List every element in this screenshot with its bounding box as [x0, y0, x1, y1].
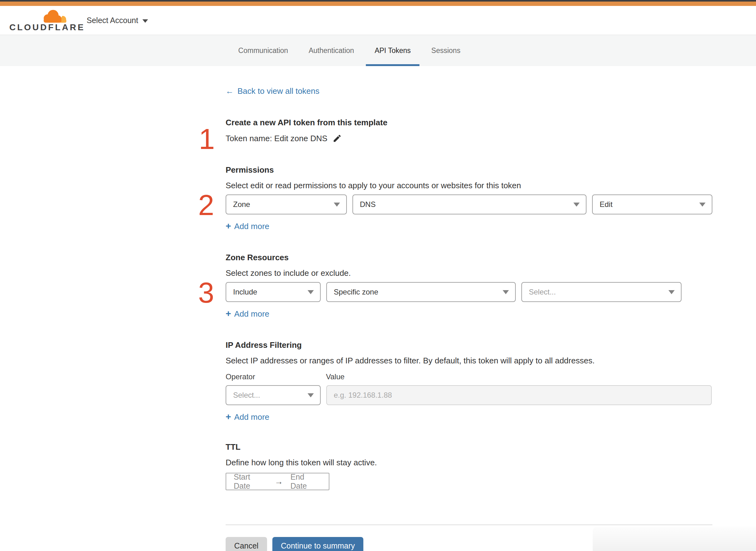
cloudflare-cloud-icon [39, 8, 68, 24]
ip-filtering-field-labels: Operator Value [226, 373, 712, 381]
zone-resources-description: Select zones to include or exclude. [226, 268, 712, 278]
tabs: Communication Authentication API Tokens … [238, 35, 461, 66]
tab-sessions[interactable]: Sessions [431, 35, 461, 66]
tab-label: API Tokens [374, 46, 411, 55]
zone-resources-title: Zone Resources [226, 253, 712, 262]
add-more-label: Add more [234, 412, 269, 422]
add-more-label: Add more [234, 221, 269, 231]
permissions-controls: Zone DNS Edit [226, 194, 712, 214]
back-link-label: Back to view all tokens [237, 86, 319, 96]
tab-label: Authentication [308, 46, 354, 55]
dropdown-caret-icon [334, 202, 340, 207]
create-token-title: Create a new API token from this templat… [226, 118, 712, 127]
dropdown-caret-icon [307, 290, 314, 294]
dropdown-value: Edit [600, 200, 612, 209]
profile-tab-bar: Communication Authentication API Tokens … [0, 35, 756, 66]
zone-select-dropdown[interactable]: Select... [521, 282, 682, 302]
permission-scope-dropdown[interactable]: Zone [226, 194, 347, 214]
dropdown-value: Include [233, 288, 257, 297]
step-number-2: 2 [198, 194, 214, 216]
zone-resources-add-more-link[interactable]: + Add more [226, 309, 269, 319]
cloudflare-logo: CLOUDFLARE [9, 8, 72, 32]
ip-filtering-controls: Select... [226, 385, 712, 405]
dropdown-value: DNS [360, 200, 376, 209]
ip-filtering-add-more-link[interactable]: + Add more [226, 412, 269, 422]
step-number-1: 1 [199, 128, 215, 150]
app-header: CLOUDFLARE Select Account [0, 6, 756, 35]
chevron-down-icon [142, 19, 148, 23]
operator-dropdown[interactable]: Select... [226, 385, 321, 405]
dropdown-value: Zone [233, 200, 250, 209]
account-selector[interactable]: Select Account [87, 16, 148, 25]
plus-icon: + [226, 221, 231, 230]
ip-filtering-title: IP Address Filtering [226, 340, 712, 350]
value-label: Value [326, 373, 345, 381]
ttl-description: Define how long this token will stay act… [226, 458, 712, 467]
zone-resources-controls: Include Specific zone Select... [226, 282, 712, 302]
permissions-section: 2 Permissions Select edit or read permis… [226, 165, 712, 231]
permissions-description: Select edit or read permissions to apply… [226, 181, 712, 190]
token-name-value: Token name: Edit zone DNS [226, 133, 327, 143]
operator-label: Operator [226, 373, 326, 381]
footer-divider [226, 525, 712, 525]
dropdown-caret-icon [699, 202, 706, 207]
token-name-row: Token name: Edit zone DNS [226, 133, 712, 143]
zone-resources-section: 3 Zone Resources Select zones to include… [226, 253, 712, 319]
token-form: ← Back to view all tokens 1 Create a new… [226, 66, 712, 551]
start-date-placeholder: Start Date [234, 473, 267, 491]
dropdown-caret-icon [307, 393, 314, 397]
dropdown-caret-icon [668, 290, 675, 294]
dropdown-caret-icon [503, 290, 509, 294]
zone-type-dropdown[interactable]: Specific zone [326, 282, 516, 302]
permissions-title: Permissions [226, 165, 712, 174]
continue-to-summary-button[interactable]: Continue to summary [272, 537, 363, 551]
permissions-add-more-link[interactable]: + Add more [226, 221, 269, 231]
edit-pencil-icon[interactable] [332, 134, 342, 143]
right-arrow-icon: → [274, 477, 283, 487]
tab-api-tokens[interactable]: API Tokens [374, 35, 411, 66]
dropdown-placeholder: Select... [529, 288, 556, 297]
back-to-tokens-link[interactable]: ← Back to view all tokens [226, 86, 319, 96]
footer-actions: Cancel Continue to summary [226, 537, 712, 551]
ttl-title: TTL [226, 442, 712, 452]
ttl-date-range-picker[interactable]: Start Date → End Date [226, 473, 329, 490]
end-date-placeholder: End Date [290, 473, 321, 491]
tab-communication[interactable]: Communication [238, 35, 289, 66]
permission-access-dropdown[interactable]: Edit [592, 194, 712, 214]
zone-mode-dropdown[interactable]: Include [226, 282, 321, 302]
brand-accent-bar [0, 2, 756, 6]
cancel-button[interactable]: Cancel [226, 537, 267, 551]
plus-icon: + [226, 309, 231, 318]
create-token-section: 1 Create a new API token from this templ… [226, 118, 712, 143]
ip-filtering-description: Select IP addresses or ranges of IP addr… [226, 356, 712, 365]
tab-label: Sessions [431, 46, 460, 55]
ip-filtering-section: IP Address Filtering Select IP addresses… [226, 340, 712, 422]
back-arrow-icon: ← [226, 86, 234, 96]
account-selector-label: Select Account [87, 16, 138, 25]
cloudflare-wordmark: CLOUDFLARE [9, 22, 72, 32]
plus-icon: + [226, 412, 231, 421]
dropdown-value: Specific zone [334, 288, 378, 297]
permission-resource-dropdown[interactable]: DNS [352, 194, 587, 214]
dropdown-placeholder: Select... [233, 391, 260, 400]
ttl-section: TTL Define how long this token will stay… [226, 442, 712, 490]
step-number-3: 3 [198, 282, 214, 304]
tab-label: Communication [238, 46, 288, 55]
dropdown-caret-icon [573, 202, 580, 207]
ip-value-input[interactable] [326, 385, 712, 405]
tab-authentication[interactable]: Authentication [308, 35, 354, 66]
add-more-label: Add more [234, 309, 269, 319]
